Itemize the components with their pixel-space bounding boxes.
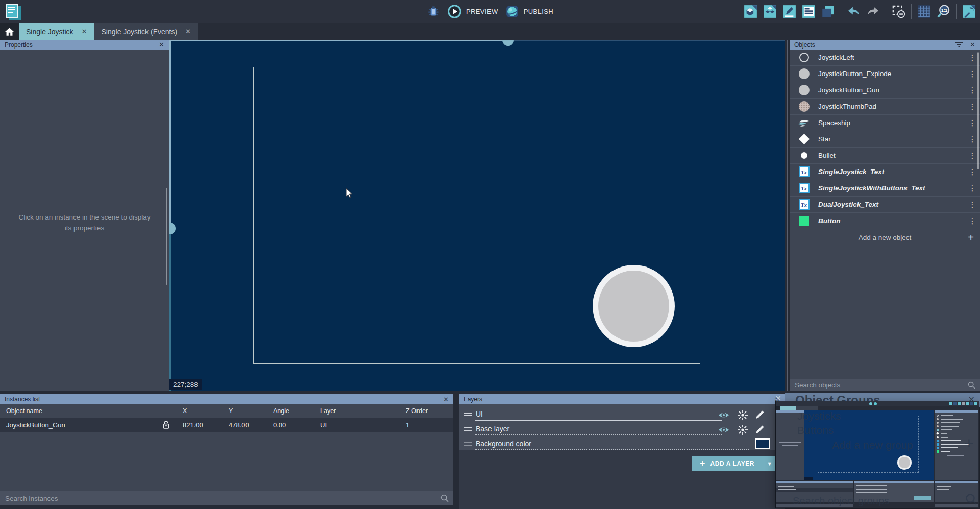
scene-canvas[interactable]: 227;288 (169, 40, 785, 391)
debugger-icon[interactable] (427, 5, 440, 18)
add-object-icon[interactable] (744, 5, 757, 18)
home-icon (5, 28, 14, 36)
white-dot-icon (801, 152, 807, 159)
instances-close-icon[interactable]: ✕ (443, 396, 449, 403)
ghost-group-joysticks: Joysticks (797, 410, 841, 422)
object-name: Star (818, 135, 965, 143)
lock-icon[interactable] (162, 420, 170, 431)
edit-scene-icon[interactable] (782, 5, 796, 18)
properties-panel: Properties ✕ Click on an instance in the… (0, 40, 169, 391)
preview-publish-group: PREVIEW PUBLISH (427, 0, 553, 23)
delete-selection-icon[interactable] (892, 5, 905, 18)
ghost-plus-icon: + (964, 434, 974, 453)
redo-icon[interactable] (866, 5, 880, 18)
add-object-button[interactable]: Add a new object + (790, 230, 980, 245)
plus-icon: + (700, 458, 705, 469)
search-icon (968, 381, 975, 389)
grid-icon[interactable] (917, 5, 931, 18)
layer-visibility-icon[interactable] (718, 409, 729, 421)
tab-close-icon[interactable]: ✕ (82, 28, 87, 35)
instance-row[interactable]: JoystickButton_Gun 821.00 478.00 0.00 UI… (0, 418, 453, 432)
mouse-cursor (346, 188, 355, 198)
joystick-button-instance[interactable] (593, 265, 675, 347)
object-row-singlejoystick-text[interactable]: Tx SingleJoystick_Text ⋮ (790, 164, 980, 180)
column-angle: Angle (273, 407, 289, 415)
column-z-order: Z Order (406, 407, 428, 415)
object-menu-icon[interactable]: ⋮ (965, 184, 980, 193)
instances-title: Instances list (5, 396, 40, 403)
instance-name: JoystickButton_Gun (6, 421, 65, 429)
layer-name: Background color (476, 440, 531, 448)
properties-scrollbar[interactable] (166, 188, 167, 285)
object-row-singlejoystickwithbuttons-text[interactable]: Tx SingleJoystickWithButtons_Text ⋮ (790, 180, 980, 197)
objects-list: JoystickLeft ⋮ JoystickButton_Explode ⋮ … (790, 50, 980, 229)
top-bar: PREVIEW PUBLISH (0, 0, 980, 23)
tab-single-joystick-events[interactable]: Single Joystick (Events) ✕ (94, 23, 199, 40)
drag-handle-icon[interactable] (464, 442, 472, 447)
objects-title: Objects (794, 41, 815, 49)
layer-visibility-icon[interactable] (718, 424, 729, 435)
settings-icon[interactable] (962, 5, 976, 18)
preview-label: PREVIEW (466, 8, 498, 15)
object-menu-icon[interactable]: ⋮ (965, 200, 980, 209)
layer-edit-icon[interactable] (754, 409, 766, 421)
instances-list-icon[interactable] (802, 5, 816, 18)
toolbar-separator (886, 4, 886, 19)
canvas-hscrollbar-handle[interactable] (502, 40, 514, 46)
tab-close-icon[interactable]: ✕ (185, 28, 191, 35)
home-tab[interactable] (0, 23, 19, 40)
text-object-icon: Tx (799, 199, 810, 210)
object-row-joystickleft[interactable]: JoystickLeft ⋮ (790, 50, 980, 66)
instance-angle: 0.00 (273, 421, 286, 429)
canvas-vscrollbar-handle[interactable] (169, 223, 176, 234)
layer-row-ui[interactable]: UI (459, 407, 785, 422)
background-color-swatch[interactable] (755, 438, 770, 449)
object-row-star[interactable]: Star ⋮ (790, 131, 980, 148)
canvas-vscrollbar-track (169, 234, 171, 391)
object-row-joystickbutton-explode[interactable]: JoystickButton_Explode ⋮ (790, 66, 980, 82)
layers-editor-icon[interactable] (821, 5, 835, 18)
gdevelop-window: PREVIEW PUBLISH (0, 0, 980, 509)
object-row-dualjoystick-text[interactable]: Tx DualJoystick_Text ⋮ (790, 197, 980, 213)
objects-close-icon[interactable]: ✕ (970, 41, 975, 48)
undo-icon[interactable] (847, 5, 861, 18)
ghost-search-icon (965, 493, 977, 505)
object-groups-icon[interactable] (763, 5, 777, 18)
zoom-1-1-icon[interactable]: 1:1 (937, 5, 950, 18)
object-menu-icon[interactable]: ⋮ (965, 216, 980, 226)
tab-single-joystick[interactable]: Single Joystick ✕ (19, 23, 94, 40)
properties-close-icon[interactable]: ✕ (159, 41, 164, 48)
object-row-joystickthumbpad[interactable]: JoystickThumbPad ⋮ (790, 99, 980, 115)
object-name: Bullet (818, 152, 965, 159)
toolbar-separator (911, 4, 912, 19)
scene-toolbar: 1:1 (744, 0, 976, 23)
object-name: SingleJoystick_Text (818, 168, 965, 176)
layer-edit-icon[interactable] (754, 424, 766, 435)
search-objects-input[interactable] (790, 381, 968, 389)
properties-header: Properties ✕ (0, 40, 169, 50)
tab-label: Single Joystick (Events) (102, 28, 178, 36)
drag-handle-icon[interactable] (464, 413, 472, 418)
layer-effects-icon[interactable] (737, 424, 748, 435)
properties-empty-message: Click on an instance in the scene to dis… (18, 212, 151, 234)
object-row-joystickbutton-gun[interactable]: JoystickButton_Gun ⋮ (790, 82, 980, 99)
project-manager-icon[interactable] (5, 3, 22, 20)
add-layer-button[interactable]: + ADD A LAYER ▼ (692, 456, 776, 471)
search-instances-input[interactable] (0, 495, 440, 502)
ghost-group-buttons: Buttons (797, 424, 834, 437)
panel-splitter[interactable] (787, 40, 788, 391)
objects-scrollbar[interactable] (977, 52, 979, 169)
layer-row-background-color[interactable]: Background color (459, 437, 785, 452)
layer-row-base[interactable]: Base layer (459, 422, 785, 437)
publish-button[interactable]: PUBLISH (505, 5, 553, 18)
preview-button[interactable]: PREVIEW (448, 5, 498, 18)
object-row-spaceship[interactable]: Spaceship ⋮ (790, 115, 980, 131)
drag-handle-icon[interactable] (464, 427, 472, 432)
layer-effects-icon[interactable] (737, 409, 748, 421)
publish-label: PUBLISH (524, 8, 553, 15)
column-x: X (183, 407, 187, 415)
filter-icon[interactable] (955, 42, 963, 47)
instance-x: 821.00 (183, 421, 203, 429)
object-row-bullet[interactable]: Bullet ⋮ (790, 148, 980, 164)
object-row-button[interactable]: Button ⋮ (790, 213, 980, 229)
